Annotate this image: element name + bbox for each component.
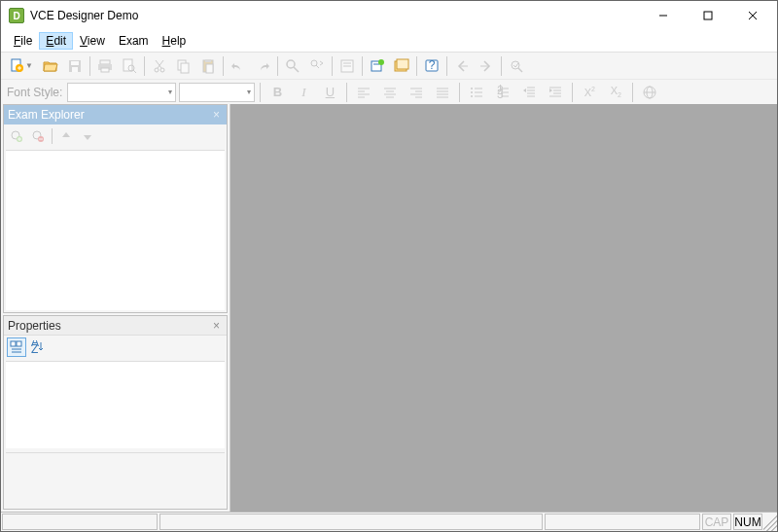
svg-rect-22	[181, 63, 189, 73]
font-size-combo[interactable]: ▾	[179, 83, 255, 102]
undo-button[interactable]	[227, 54, 250, 78]
align-left-button[interactable]	[352, 81, 375, 104]
font-style-label: Font Style:	[5, 86, 64, 99]
svg-rect-24	[205, 59, 211, 62]
hyperlink-button[interactable]	[638, 81, 661, 104]
separator	[332, 56, 333, 76]
app-icon: D	[9, 8, 24, 23]
underline-button[interactable]: U	[318, 81, 341, 104]
copy-button[interactable]	[172, 54, 195, 78]
properties-toolbar: AZ	[4, 336, 227, 359]
align-right-button[interactable]	[405, 81, 428, 104]
status-cell-3	[545, 514, 700, 530]
cut-button[interactable]	[148, 54, 171, 78]
separator	[277, 56, 278, 76]
indent-button[interactable]	[544, 81, 567, 104]
exam-settings-button[interactable]	[366, 54, 389, 78]
align-justify-button[interactable]	[431, 81, 454, 104]
exam-explorer-close-icon[interactable]: ×	[210, 108, 223, 122]
align-center-button[interactable]	[378, 81, 402, 104]
exam-sections-button[interactable]	[390, 54, 413, 78]
italic-button[interactable]: I	[292, 81, 315, 104]
bold-button[interactable]: B	[265, 81, 289, 104]
exam-explorer-title: Exam Explorer	[8, 108, 85, 122]
new-button[interactable]: ▼	[5, 54, 38, 78]
exam-explorer-tree[interactable]	[6, 150, 225, 310]
add-item-button[interactable]	[7, 126, 26, 146]
print-preview-button[interactable]	[118, 54, 141, 78]
outdent-button[interactable]	[517, 81, 541, 104]
svg-text:Z: Z	[31, 342, 38, 354]
title-bar: D VCE Designer Demo	[1, 1, 777, 30]
menu-edit[interactable]: Edit	[39, 32, 73, 50]
document-area	[230, 104, 777, 512]
properties-panel: Properties × AZ	[3, 315, 228, 510]
font-style-combo[interactable]: ▾	[67, 83, 176, 102]
remove-item-button[interactable]	[28, 126, 48, 146]
redo-button[interactable]	[251, 54, 274, 78]
properties-button[interactable]	[336, 54, 359, 78]
subscript-button[interactable]: X2	[604, 81, 627, 104]
save-button[interactable]	[63, 54, 87, 78]
svg-rect-25	[206, 64, 213, 73]
number-list-button[interactable]: 123	[491, 81, 514, 104]
separator	[346, 83, 347, 102]
svg-point-20	[160, 68, 164, 72]
next-button[interactable]	[475, 54, 498, 78]
help-button[interactable]: ?	[420, 54, 443, 78]
svg-rect-13	[101, 68, 109, 72]
close-button[interactable]	[730, 1, 775, 30]
categorized-button[interactable]	[7, 337, 26, 357]
separator	[260, 83, 261, 102]
maximize-button[interactable]	[686, 1, 730, 30]
svg-rect-37	[397, 59, 408, 69]
window-title: VCE Designer Demo	[30, 9, 641, 22]
svg-rect-89	[11, 341, 16, 346]
move-up-button[interactable]	[56, 126, 76, 146]
menu-bar: File Edit View Exam Help	[1, 30, 777, 52]
svg-point-26	[287, 60, 295, 68]
resize-grip[interactable]	[763, 513, 777, 531]
separator	[446, 56, 447, 76]
open-button[interactable]	[39, 54, 62, 78]
properties-description	[6, 452, 225, 507]
svg-point-59	[471, 88, 473, 89]
properties-grid[interactable]	[6, 361, 225, 448]
separator	[52, 128, 53, 144]
svg-point-42	[512, 61, 519, 69]
separator	[572, 83, 573, 102]
exam-explorer-toolbar	[4, 124, 227, 148]
bullet-list-button[interactable]	[465, 81, 488, 104]
find-button[interactable]	[281, 54, 304, 78]
menu-exam[interactable]: Exam	[112, 32, 156, 50]
exam-explorer-header: Exam Explorer ×	[4, 105, 227, 124]
separator	[416, 56, 417, 76]
prev-button[interactable]	[450, 54, 474, 78]
menu-help[interactable]: Help	[156, 32, 194, 50]
menu-view[interactable]: View	[73, 32, 112, 50]
properties-title: Properties	[8, 319, 61, 333]
properties-close-icon[interactable]: ×	[210, 319, 223, 333]
status-cell-2	[159, 514, 543, 530]
paste-button[interactable]	[196, 54, 220, 78]
status-bar: CAP NUM	[1, 512, 777, 531]
svg-rect-11	[100, 60, 110, 64]
svg-line-16	[133, 70, 136, 73]
alphabetical-button[interactable]: AZ	[28, 337, 48, 357]
preview-button[interactable]	[505, 54, 528, 78]
status-cell-1	[2, 514, 158, 530]
superscript-button[interactable]: X2	[578, 81, 601, 104]
status-cap: CAP	[702, 514, 731, 530]
separator	[632, 83, 633, 102]
format-toolbar: Font Style: ▾ ▾ B I U 123 X2 X2	[1, 79, 777, 104]
svg-rect-9	[71, 61, 79, 65]
print-button[interactable]	[93, 54, 117, 78]
separator	[459, 83, 460, 102]
move-down-button[interactable]	[78, 126, 97, 146]
replace-button[interactable]	[305, 54, 329, 78]
minimize-button[interactable]	[641, 1, 686, 30]
svg-point-19	[155, 68, 159, 72]
menu-file[interactable]: File	[7, 32, 39, 50]
separator	[223, 56, 224, 76]
svg-point-61	[471, 91, 473, 93]
